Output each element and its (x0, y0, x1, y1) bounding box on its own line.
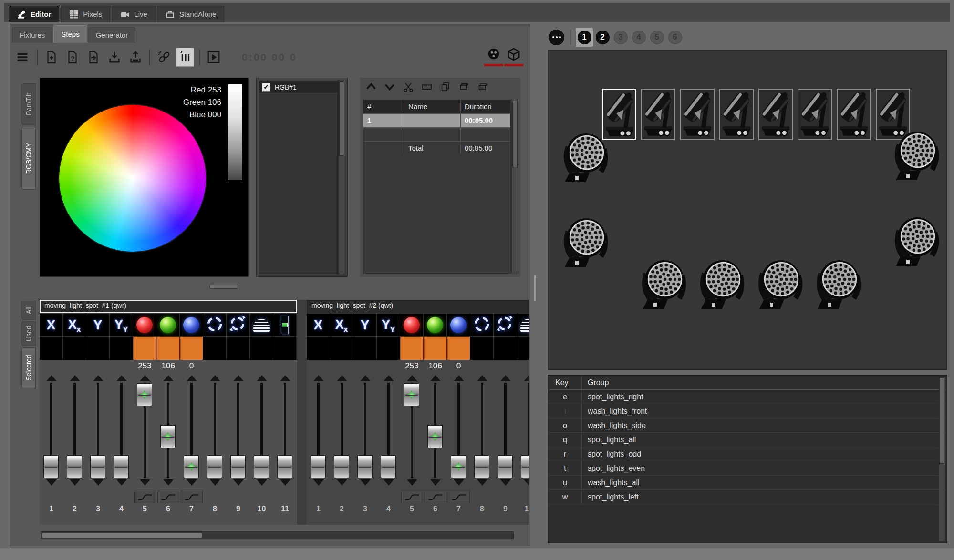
fader-up-arrow[interactable] (360, 375, 371, 381)
sub-tab-steps[interactable]: Steps (53, 25, 87, 43)
palette-tab-pantilt[interactable]: Pan/Tilt (21, 83, 36, 125)
unlink-button[interactable] (155, 48, 173, 67)
fader-down-arrow[interactable] (70, 479, 80, 486)
fade-curve-button[interactable] (157, 491, 179, 503)
fader-up-arrow[interactable] (524, 375, 529, 381)
channel-value-cell[interactable] (273, 337, 296, 360)
fader-down-arrow[interactable] (313, 479, 324, 486)
scene-button-4[interactable]: 4 (630, 28, 647, 47)
fader-down-arrow[interactable] (337, 479, 347, 486)
cut-button[interactable] (401, 81, 415, 94)
fader-down-arrow[interactable] (140, 479, 150, 486)
palette-tab-rgbcmy[interactable]: RGB/CMY (21, 127, 36, 190)
fader-down-arrow[interactable] (187, 479, 197, 486)
stage-wash-2[interactable] (562, 217, 610, 271)
stage-spot-4[interactable] (719, 89, 754, 140)
fader-track[interactable] (411, 383, 413, 478)
channel-icon-cell[interactable] (424, 314, 446, 336)
vertical-splitter-handle[interactable] (534, 275, 536, 301)
edit-step-button[interactable]: ? (63, 48, 82, 67)
group-row[interactable]: qspot_lights_all (549, 433, 946, 447)
fixture-title[interactable]: moving_light_spot_#1 (qwr) (40, 300, 297, 313)
fader-down-arrow[interactable] (430, 479, 441, 486)
components-scrollbar[interactable] (338, 81, 345, 274)
channel-value-cell[interactable] (227, 337, 249, 360)
fader-track[interactable] (284, 383, 286, 478)
channel-value-cell[interactable] (133, 337, 156, 360)
copy-button[interactable] (438, 81, 453, 94)
checkbox[interactable]: ✓ (262, 83, 270, 92)
fader-thumb[interactable] (114, 455, 129, 478)
fader-tab-selected[interactable]: Selected (21, 347, 36, 388)
fade-curve-button[interactable] (134, 491, 156, 503)
group-row[interactable]: uwash_lights_all (549, 476, 946, 490)
channel-icon-cell[interactable] (156, 314, 179, 336)
channel-icon-cell[interactable]: YY (377, 314, 400, 336)
step-down-button[interactable] (383, 81, 397, 94)
stage-wash-5[interactable] (640, 259, 688, 313)
channel-value-cell[interactable] (156, 337, 179, 360)
step-row[interactable] (363, 128, 510, 142)
fader-track[interactable] (214, 383, 216, 478)
fader-thumb[interactable] (184, 455, 199, 478)
film-button[interactable] (420, 81, 434, 94)
fader-track[interactable] (73, 383, 76, 478)
channel-value-cell[interactable] (353, 337, 376, 360)
save-as-button[interactable] (126, 48, 145, 67)
channel-value-cell[interactable] (63, 337, 86, 360)
fader-thumb[interactable] (427, 425, 443, 448)
fader-track[interactable] (387, 383, 390, 478)
fader-up-arrow[interactable] (384, 375, 394, 381)
stage-spot-2[interactable] (641, 89, 675, 140)
component-row[interactable]: ✓RGB#1 (259, 81, 337, 93)
fader-thumb[interactable] (311, 455, 326, 478)
channel-value-cell[interactable] (447, 337, 470, 360)
channel-icon-cell[interactable]: Xx (63, 314, 86, 336)
fader-track[interactable] (317, 383, 320, 478)
paste-new-button[interactable] (457, 81, 471, 94)
faders-button[interactable] (176, 48, 194, 67)
fader-up-arrow[interactable] (407, 375, 417, 381)
stage-spot-3[interactable] (680, 89, 715, 140)
fader-down-arrow[interactable] (477, 479, 487, 486)
channel-icon-cell[interactable] (250, 314, 273, 336)
steps-scrollbar[interactable] (511, 100, 518, 273)
fader-down-arrow[interactable] (163, 479, 174, 486)
sub-tab-fixtures[interactable]: Fixtures (12, 27, 52, 43)
step-row[interactable]: 100:05.00 (363, 114, 510, 128)
channel-icon-cell[interactable]: Xx (330, 314, 353, 336)
fader-thumb[interactable] (43, 455, 59, 478)
stage-wash-8[interactable] (815, 259, 862, 313)
fader-thumb[interactable] (207, 455, 222, 478)
fader-track[interactable] (481, 383, 483, 478)
scene-button-1[interactable]: 1 (576, 28, 593, 47)
fader-thumb[interactable] (277, 455, 292, 478)
sub-tab-generator[interactable]: Generator (88, 27, 136, 43)
fader-thumb[interactable] (67, 455, 82, 478)
more-scenes-button[interactable] (549, 30, 564, 45)
fader-up-arrow[interactable] (70, 375, 80, 381)
fader-down-arrow[interactable] (257, 479, 267, 486)
fader-thumb[interactable] (474, 455, 489, 478)
channel-icon-cell[interactable] (470, 314, 493, 336)
fade-curve-button[interactable] (425, 491, 446, 503)
scene-button-3[interactable]: 3 (612, 28, 629, 47)
brightness-bar[interactable] (228, 84, 242, 180)
channel-value-cell[interactable] (250, 337, 273, 360)
color-wheel[interactable] (59, 105, 206, 252)
scene-button-6[interactable]: 6 (666, 28, 684, 47)
scrollbar-thumb[interactable] (42, 533, 202, 538)
fader-up-arrow[interactable] (140, 375, 150, 381)
fader-thumb[interactable] (381, 455, 396, 478)
fader-track[interactable] (260, 383, 263, 478)
fader-up-arrow[interactable] (337, 375, 347, 381)
stage-spot-5[interactable] (758, 89, 793, 140)
fader-up-arrow[interactable] (430, 375, 441, 381)
channel-icon-cell[interactable] (273, 314, 296, 336)
fader-track[interactable] (237, 383, 239, 478)
fader-down-arrow[interactable] (384, 479, 394, 486)
main-tab-pixels[interactable]: Pixels (61, 6, 110, 22)
channel-icon-cell[interactable] (447, 314, 470, 336)
stage-spot-7[interactable] (837, 89, 871, 140)
fader-track[interactable] (144, 383, 146, 478)
